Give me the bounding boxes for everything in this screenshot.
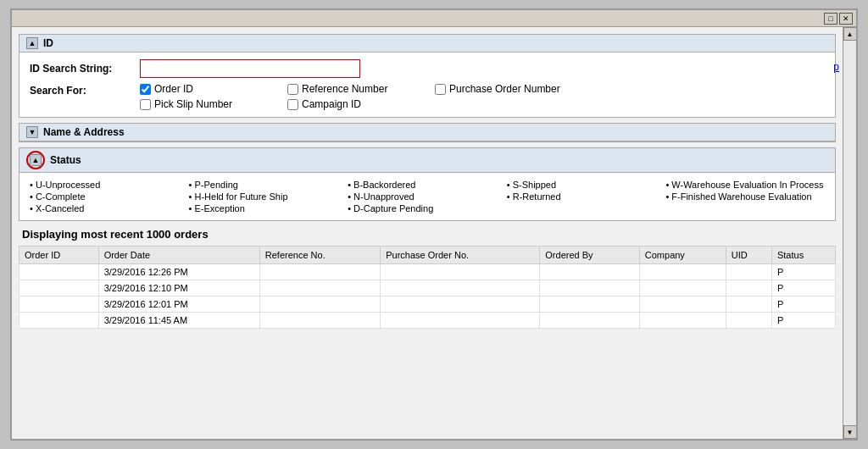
- scroll-up-button[interactable]: ▲: [843, 27, 857, 41]
- status-item: • N-Unapproved: [348, 191, 507, 202]
- id-section-header: ▲ ID: [19, 35, 835, 53]
- status-col-4: • S-Shipped • R-Returned: [507, 180, 666, 213]
- checkbox-pick-slip-input[interactable]: [140, 99, 151, 110]
- status-col-1: • U-Unprocessed • C-Complete • X-Cancele…: [30, 180, 189, 213]
- id-search-row: ID Search String:: [30, 59, 825, 78]
- status-title: Status: [50, 154, 81, 166]
- name-address-title: Name & Address: [43, 126, 125, 138]
- status-item: • S-Shipped: [507, 180, 666, 190]
- status-item: • P-Pending: [189, 180, 348, 190]
- table-header-row: Order ID Order Date Reference No. Purcha…: [19, 247, 836, 264]
- status-items-grid: • U-Unprocessed • C-Complete • X-Cancele…: [30, 180, 825, 213]
- scrollbar-track: [843, 41, 856, 425]
- id-section-toggle[interactable]: ▲: [26, 37, 38, 49]
- col-company: Company: [639, 247, 726, 264]
- id-section: ▲ ID ID Search String: Search For:: [19, 34, 836, 118]
- search-for-row: Search For: Order ID Reference Number: [30, 83, 825, 110]
- id-section-body: ID Search String: Search For: Order ID: [19, 53, 835, 117]
- col-order-date: Order Date: [98, 247, 259, 264]
- checkbox-order-id-input[interactable]: [140, 84, 151, 95]
- table-body: 3/29/2016 12:26 PMP3/29/2016 12:10 PMP3/…: [19, 264, 836, 329]
- checkbox-campaign[interactable]: Campaign ID: [287, 98, 415, 110]
- scroll-down-button[interactable]: ▼: [843, 425, 857, 439]
- col-order-id: Order ID: [19, 247, 99, 264]
- checkbox-row-1: Order ID Reference Number Purchase Order…: [140, 83, 562, 95]
- displaying-text: Displaying most recent 1000 orders: [19, 228, 836, 241]
- status-item: • U-Unprocessed: [30, 180, 189, 190]
- status-col-5: • W-Warehouse Evaluation In Process • F-…: [665, 180, 825, 213]
- col-ordered-by: Ordered By: [540, 247, 640, 264]
- status-item: • D-Capture Pending: [348, 203, 507, 213]
- checkbox-pick-slip[interactable]: Pick Slip Number: [140, 98, 267, 110]
- table-row[interactable]: 3/29/2016 12:10 PMP: [19, 280, 836, 297]
- status-item: • W-Warehouse Evaluation In Process: [665, 180, 825, 190]
- col-status: Status: [771, 247, 835, 264]
- col-ref-no: Reference No.: [259, 247, 380, 264]
- status-item: • R-Returned: [507, 191, 666, 202]
- col-uid: UID: [726, 247, 771, 264]
- id-search-label: ID Search String:: [30, 63, 140, 75]
- status-item: • F-Finished Warehouse Evaluation: [665, 191, 825, 202]
- title-bar-buttons: □ ✕: [824, 13, 853, 25]
- name-address-toggle[interactable]: ▼: [26, 126, 38, 138]
- orders-table: Order ID Order Date Reference No. Purcha…: [19, 246, 836, 329]
- checkbox-purchase-order[interactable]: Purchase Order Number: [435, 83, 562, 95]
- status-body: • U-Unprocessed • C-Complete • X-Cancele…: [19, 173, 835, 220]
- scrollbar-right: ▲ ▼: [843, 27, 856, 439]
- main-area: ▲ ID ID Search String: Search For:: [12, 27, 843, 439]
- table-row[interactable]: 3/29/2016 12:26 PMP: [19, 264, 836, 280]
- col-po-no: Purchase Order No.: [381, 247, 540, 264]
- table-row[interactable]: 3/29/2016 11:45 AMP: [19, 313, 836, 329]
- status-toggle-inner: ▲: [30, 154, 42, 166]
- checkbox-campaign-input[interactable]: [287, 99, 298, 110]
- main-window: □ ✕ ▲ ID ID Search String: Search For:: [10, 8, 858, 441]
- search-for-label: Search For:: [30, 83, 140, 97]
- close-button[interactable]: ✕: [839, 13, 853, 25]
- status-section: ▲ Status • U-Unprocessed • C-Complete • …: [19, 147, 836, 221]
- status-col-2: • P-Pending • H-Held for Future Ship • E…: [189, 180, 348, 213]
- status-col-3: • B-Backordered • N-Unapproved • D-Captu…: [348, 180, 507, 213]
- minimize-button[interactable]: □: [824, 13, 837, 25]
- status-item: • C-Complete: [30, 191, 189, 202]
- title-bar: □ ✕: [12, 10, 856, 27]
- checkbox-row-2: Pick Slip Number Campaign ID: [140, 98, 562, 110]
- status-item: • X-Canceled: [30, 203, 189, 213]
- checkbox-reference[interactable]: Reference Number: [287, 83, 415, 95]
- checkboxes-area: Order ID Reference Number Purchase Order…: [140, 83, 562, 110]
- table-header: Order ID Order Date Reference No. Purcha…: [19, 247, 836, 264]
- name-address-header: ▼ Name & Address: [19, 124, 835, 141]
- checkbox-order-id[interactable]: Order ID: [140, 83, 267, 95]
- checkbox-reference-input[interactable]: [287, 84, 298, 95]
- id-search-input[interactable]: [140, 59, 360, 78]
- status-toggle-circle[interactable]: ▲: [26, 151, 45, 169]
- table-row[interactable]: 3/29/2016 12:01 PMP: [19, 297, 836, 313]
- name-address-section: ▼ Name & Address: [19, 123, 836, 142]
- side-link[interactable]: p: [833, 61, 839, 73]
- id-section-title: ID: [43, 37, 53, 49]
- status-header: ▲ Status: [19, 148, 835, 173]
- status-item: • B-Backordered: [348, 180, 507, 190]
- checkbox-purchase-order-input[interactable]: [435, 84, 446, 95]
- status-item: • E-Exception: [189, 203, 348, 213]
- window-content: ▲ ID ID Search String: Search For:: [12, 27, 856, 439]
- status-item: • H-Held for Future Ship: [189, 191, 348, 202]
